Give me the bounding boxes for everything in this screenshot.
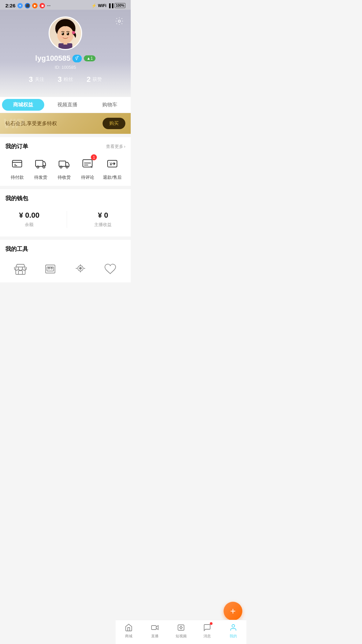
wallet-section: 我的钱包 ¥ 0.00 余额 ¥ 0 主播收益 [0, 189, 131, 236]
wifi-icon: WiFi [98, 3, 106, 8]
income-label: 主播收益 [94, 222, 112, 228]
svg-point-2 [57, 26, 74, 44]
status-right: ⚡ WiFi ▐▐ 100% [92, 3, 125, 8]
svg-rect-14 [36, 160, 43, 166]
order-pending-shipment[interactable]: 待发货 [33, 156, 49, 180]
level-badge: ▲1 [84, 55, 96, 61]
wallet-balance[interactable]: ¥ 0.00 余额 [19, 211, 40, 228]
profile-header: lyg100585 ⚥ ▲1 ID: 100585 3 关注 3 粉丝 2 获赞 [0, 10, 131, 97]
tab-shopping-cart[interactable]: 购物车 [88, 97, 131, 113]
refund-icon: ¥ [104, 156, 120, 172]
username: lyg100585 [35, 54, 70, 63]
tab-video-live[interactable]: 视频直播 [46, 97, 88, 113]
favorites-icon [102, 261, 118, 277]
settings-button[interactable] [113, 15, 125, 27]
review-badge: 1 [91, 154, 97, 160]
tab-mall-benefits[interactable]: 商城权益 [2, 99, 44, 111]
income-amount: ¥ 0 [98, 211, 108, 220]
svg-point-3 [72, 31, 75, 34]
tools-section: 我的工具 [0, 240, 131, 282]
notif-icon-4: ◼ [40, 3, 45, 8]
tool-location[interactable] [72, 261, 88, 277]
order-refund[interactable]: ¥ 退款/售后 [103, 156, 122, 180]
order-pending-review[interactable]: 1 待评论 [79, 156, 96, 180]
svg-point-15 [37, 166, 39, 168]
order-pending-payment[interactable]: 待付款 [9, 156, 25, 180]
svg-text:¥: ¥ [109, 161, 112, 167]
signal-icon: ▐▐ [108, 3, 113, 8]
shop-icon [12, 261, 28, 277]
wallet-amounts: ¥ 0.00 余额 ¥ 0 主播收益 [5, 208, 125, 231]
svg-rect-26 [47, 267, 54, 271]
status-bar: 2:26 ● ⬛ ▶ ◼ ··· ⚡ WiFi ▐▐ 100% [0, 0, 131, 10]
tools-title: 我的工具 [5, 245, 28, 253]
wallet-title: 我的钱包 [5, 195, 28, 202]
svg-rect-17 [59, 161, 66, 166]
tool-shop[interactable] [12, 261, 28, 277]
pending-payment-icon [9, 156, 25, 172]
svg-rect-28 [51, 268, 52, 269]
stats-row: 3 关注 3 粉丝 2 获赞 [5, 75, 125, 91]
buy-vip-button[interactable]: 购买 [103, 118, 125, 129]
svg-point-8 [60, 36, 63, 38]
pending-review-icon: 1 [79, 156, 96, 172]
vip-watermark: VIP [3, 116, 24, 131]
tools-grid [5, 258, 125, 277]
gender-badge: ⚥ [72, 55, 82, 62]
cashier-icon [42, 261, 58, 277]
orders-section: 我的订单 查看更多 › 待付款 [0, 137, 131, 186]
order-icons-row: 待付款 待发货 待收货 [5, 156, 125, 180]
svg-point-9 [68, 36, 71, 38]
tabs: 商城权益 视频直播 购物车 [0, 97, 131, 113]
view-more-orders[interactable]: 查看更多 › [106, 144, 125, 150]
vip-banner: VIP 钻石会员,享受更多特权 购买 [0, 113, 131, 134]
notif-icon-2: ⬛ [25, 3, 30, 8]
notif-more: ··· [47, 3, 51, 8]
avatar[interactable] [49, 16, 82, 50]
svg-point-6 [62, 33, 63, 34]
svg-point-0 [118, 20, 121, 22]
svg-point-18 [60, 166, 62, 168]
tool-favorites[interactable] [102, 261, 118, 277]
status-time: 2:26 [5, 3, 15, 8]
avatar-container [5, 16, 125, 50]
svg-rect-24 [18, 271, 22, 274]
tool-cashier[interactable] [42, 261, 58, 277]
stat-followers[interactable]: 3 粉丝 [58, 75, 73, 84]
bluetooth-icon: ⚡ [92, 3, 97, 8]
wallet-income[interactable]: ¥ 0 主播收益 [94, 211, 112, 228]
avatar-image [50, 16, 81, 50]
order-pending-receipt[interactable]: 待收货 [56, 156, 72, 180]
svg-point-16 [43, 166, 45, 168]
svg-rect-27 [48, 268, 50, 269]
svg-point-7 [67, 33, 68, 34]
svg-rect-11 [63, 41, 67, 44]
svg-text:⚥: ⚥ [75, 56, 79, 61]
pending-shipment-icon [33, 156, 49, 172]
svg-point-19 [66, 166, 68, 168]
orders-title: 我的订单 [5, 143, 28, 150]
tools-header: 我的工具 [5, 245, 125, 253]
username-row: lyg100585 ⚥ ▲1 [5, 54, 125, 63]
stat-following[interactable]: 3 关注 [29, 75, 44, 84]
user-id: ID: 100585 [5, 65, 125, 70]
status-left: 2:26 ● ⬛ ▶ ◼ ··· [5, 3, 51, 8]
balance-amount: ¥ 0.00 [19, 211, 40, 220]
wallet-header: 我的钱包 [5, 195, 125, 202]
pending-receipt-icon [56, 156, 72, 172]
stat-likes[interactable]: 2 获赞 [86, 75, 102, 84]
balance-label: 余额 [25, 222, 34, 228]
svg-point-30 [79, 267, 81, 269]
wallet-divider [67, 211, 67, 228]
location-icon [72, 261, 88, 277]
battery-indicator: 100% [115, 3, 125, 8]
orders-header: 我的订单 查看更多 › [5, 143, 125, 150]
notif-icon-3: ▶ [32, 3, 38, 8]
notif-icon-1: ● [17, 3, 23, 8]
